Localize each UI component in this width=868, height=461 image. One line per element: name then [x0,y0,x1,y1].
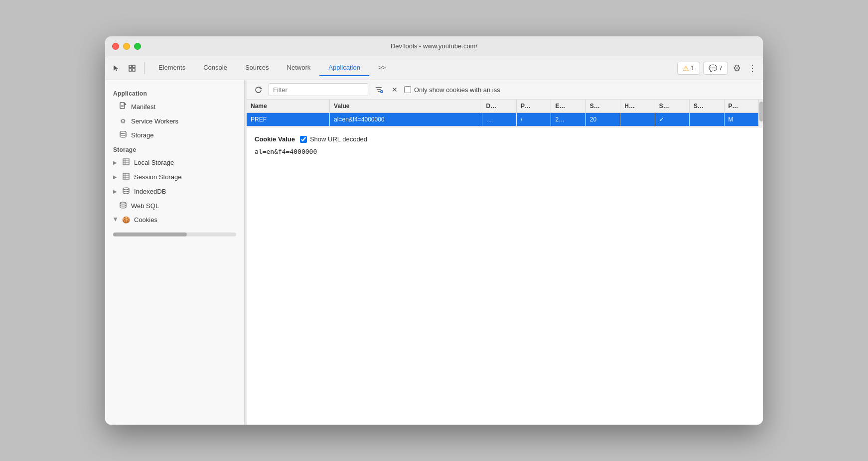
filter-options-icon[interactable] [372,83,385,96]
sidebar-item-manifest[interactable]: Manifest [105,99,244,115]
warning-count: 1 [691,64,695,72]
sidebar-scrollbar-thumb [113,232,187,236]
sidebar-item-web-sql[interactable]: Web SQL [105,199,244,213]
table-row[interactable]: PREF al=en&f4=4000000 …. / 2… 20 ✓ M [247,113,759,126]
storage-icon [119,131,127,139]
sidebar-item-cookies[interactable]: ▶ 🍪 Cookies [105,213,244,227]
title-bar: DevTools - www.youtube.com/ [105,36,763,56]
cookies-label: Cookies [134,216,157,224]
tab-bar: Elements Console Sources Network Applica… [149,60,675,76]
devtools-window: DevTools - www.youtube.com/ Elements Con… [105,36,763,425]
svg-point-7 [120,131,126,134]
svg-rect-0 [129,65,132,68]
col-header-samesite[interactable]: S… [690,100,724,113]
close-button[interactable] [112,43,119,50]
detail-value: al=en&f4=4000000 [255,148,755,155]
col-header-httponly[interactable]: H… [620,100,655,113]
more-options-icon[interactable]: ⋮ [746,61,759,76]
session-storage-icon [122,173,130,181]
session-storage-label: Session Storage [134,173,181,181]
svg-rect-12 [123,173,129,179]
web-sql-label: Web SQL [131,202,159,210]
cookies-arrow: ▶ [113,218,119,223]
indexeddb-icon [122,187,130,196]
col-header-expires[interactable]: E… [551,100,585,113]
sidebar-scrollbar[interactable] [113,232,236,236]
sidebar-item-local-storage[interactable]: ▶ Local Storage [105,155,244,170]
cell-expires: 2… [551,113,585,126]
svg-point-16 [123,188,129,190]
show-decoded-label[interactable]: Show URL decoded [300,135,367,143]
clear-filter-button[interactable]: ✕ [389,84,400,95]
tab-application[interactable]: Application [319,60,369,76]
detail-header: Cookie Value Show URL decoded [255,135,755,143]
panel-toolbar: ✕ Only show cookies with an iss [247,80,763,100]
cookies-icon: 🍪 [122,216,130,224]
cookie-table: Name Value D… P… E… S… H… S… S… P… [247,100,759,126]
svg-rect-2 [129,69,132,71]
toolbar-separator [144,62,145,74]
sidebar-item-service-workers[interactable]: ⚙ Service Workers [105,115,244,128]
service-workers-label: Service Workers [131,117,178,125]
cell-domain: …. [482,113,516,126]
sidebar-item-indexeddb[interactable]: ▶ IndexedDB [105,184,244,199]
table-vertical-scrollbar[interactable] [759,100,763,127]
manifest-label: Manifest [131,103,155,111]
cell-path: / [517,113,551,126]
cell-httponly [620,113,655,126]
service-workers-icon: ⚙ [119,117,127,125]
col-header-priority[interactable]: P… [724,100,758,113]
warning-badge-button[interactable]: ⚠ 1 [677,62,700,75]
sidebar: Application Manifest ⚙ Service Workers [105,80,245,425]
toolbar-right: ⚠ 1 💬 7 ⚙ ⋮ [677,61,759,76]
only-cookies-label[interactable]: Only show cookies with an iss [404,86,500,94]
col-header-name[interactable]: Name [247,100,330,113]
sidebar-section-storage: Storage [105,142,244,155]
chat-badge-button[interactable]: 💬 7 [703,62,728,75]
tab-network[interactable]: Network [278,60,320,76]
tab-more[interactable]: >> [369,60,395,76]
manifest-icon [119,102,127,112]
refresh-button[interactable] [252,83,265,96]
col-header-path[interactable]: P… [517,100,551,113]
sidebar-item-storage[interactable]: Storage [105,128,244,142]
local-storage-arrow: ▶ [113,160,118,165]
main-toolbar: Elements Console Sources Network Applica… [105,56,763,80]
col-header-secure[interactable]: S… [655,100,689,113]
show-decoded-text: Show URL decoded [310,135,367,143]
show-decoded-checkbox[interactable] [300,136,307,143]
maximize-button[interactable] [134,43,141,50]
col-header-domain[interactable]: D… [482,100,516,113]
detail-panel: Cookie Value Show URL decoded al=en&f4=4… [247,127,763,425]
window-title: DevTools - www.youtube.com/ [391,42,477,50]
minimize-button[interactable] [123,43,130,50]
cookie-table-container: Name Value D… P… E… S… H… S… S… P… [247,100,759,127]
main-panel: ✕ Only show cookies with an iss Name Val… [247,80,763,425]
col-header-value[interactable]: Value [330,100,482,113]
traffic-lights [112,43,141,50]
indexeddb-label: IndexedDB [134,188,166,195]
main-content: Application Manifest ⚙ Service Workers [105,80,763,425]
session-storage-arrow: ▶ [113,174,118,180]
svg-rect-3 [133,69,135,71]
filter-input[interactable] [269,83,368,96]
svg-point-17 [120,202,126,204]
sidebar-section-application: Application [105,86,244,99]
settings-icon[interactable]: ⚙ [731,61,743,76]
table-scrollbar-thumb [759,102,763,121]
warning-icon: ⚠ [683,64,689,72]
tab-console[interactable]: Console [194,60,236,76]
chat-icon: 💬 [709,64,717,72]
storage-label: Storage [131,131,154,139]
chat-count: 7 [719,64,723,72]
detail-title: Cookie Value [255,135,295,143]
tab-elements[interactable]: Elements [149,60,194,76]
cursor-icon[interactable] [109,61,123,75]
cell-value: al=en&f4=4000000 [330,113,482,126]
indexeddb-arrow: ▶ [113,189,118,194]
col-header-size[interactable]: S… [585,100,620,113]
inspect-icon[interactable] [125,61,139,75]
sidebar-item-session-storage[interactable]: ▶ Session Storage [105,170,244,184]
only-cookies-checkbox[interactable] [404,86,411,93]
tab-sources[interactable]: Sources [236,60,278,76]
